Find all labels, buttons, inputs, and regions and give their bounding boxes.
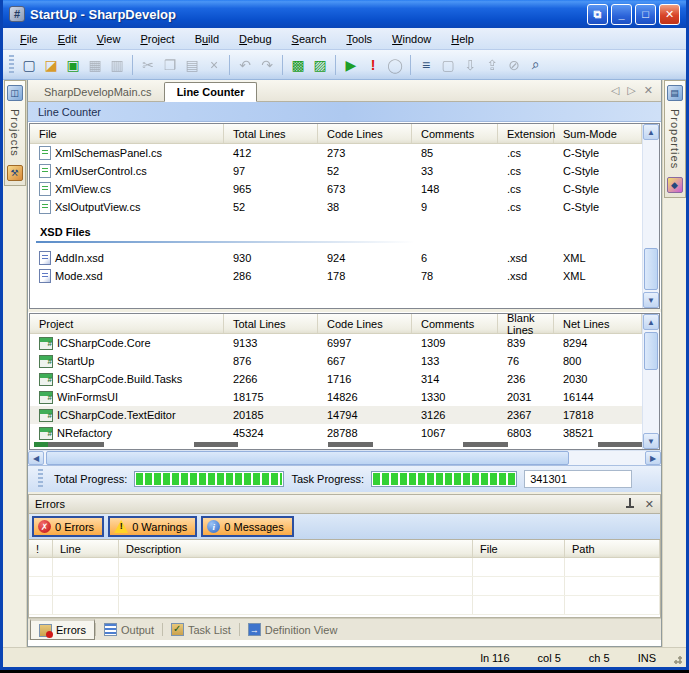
menu-build[interactable]: Build	[186, 30, 228, 48]
cell-text: 876	[233, 355, 251, 367]
run-icon[interactable]	[340, 54, 362, 76]
open-solution-icon[interactable]	[62, 54, 84, 76]
table-row[interactable]: XslOutputView.cs52389.csC-Style	[30, 198, 642, 216]
toggle-window-button[interactable]: ⧉	[587, 4, 608, 25]
pin-icon[interactable]	[625, 498, 635, 510]
scroll-left-icon[interactable]: ◀	[28, 451, 44, 465]
column-header[interactable]: Project	[30, 314, 224, 333]
sidebar-tab-projects[interactable]: ◫ Projects ⚒	[4, 80, 26, 186]
scroll-up-icon[interactable]: ▲	[643, 314, 659, 330]
tools-icon[interactable]: ⚒	[7, 165, 23, 181]
close-button[interactable]: ✕	[659, 4, 680, 25]
table-row[interactable]: ICSharpCode.Build.Tasks22661716314236203…	[30, 370, 642, 388]
tab-scroll-right-icon[interactable]: ▷	[627, 84, 635, 97]
scroll-thumb[interactable]	[46, 451, 569, 465]
cell-text: 236	[507, 373, 525, 385]
comment-region-icon[interactable]	[287, 54, 309, 76]
column-header[interactable]: Code Lines	[318, 124, 412, 143]
errors-column-header[interactable]: File	[473, 540, 565, 557]
tab-close-icon[interactable]: ✕	[644, 84, 653, 97]
tab-scroll-left-icon[interactable]: ◁	[611, 84, 619, 97]
table-row[interactable]: WinFormsUI18175148261330203116144	[30, 388, 642, 406]
0-messages-button[interactable]: i0 Messages	[201, 516, 293, 537]
table-row[interactable]: StartUp87666713376800	[30, 352, 642, 370]
table-row[interactable]: ICSharpCode.TextEditor201851479431262367…	[30, 406, 642, 424]
table-cell: XmlUserControl.cs	[30, 164, 224, 178]
cell-text: C-Style	[563, 165, 599, 177]
pad-tab-output[interactable]: Output	[96, 619, 162, 640]
table-cell: 38521	[554, 427, 642, 439]
table-row[interactable]: NRefactory45324287881067680338521	[30, 424, 642, 442]
cell-text: 673	[327, 183, 345, 195]
column-header[interactable]: Total Lines	[224, 314, 318, 333]
table-row[interactable]: XmlUserControl.cs975233.csC-Style	[30, 162, 642, 180]
projects-table-vscrollbar[interactable]: ▲ ▼	[642, 314, 659, 449]
search-icon[interactable]	[525, 54, 547, 76]
list-icon[interactable]	[415, 54, 437, 76]
tab-line-counter[interactable]: Line Counter	[164, 82, 258, 102]
table-row[interactable]: XmlSchemasPanel.cs41227385.csC-Style	[30, 144, 642, 162]
table-row[interactable]: XmlView.cs965673148.csC-Style	[30, 180, 642, 198]
errors-column-header[interactable]: Line	[53, 540, 119, 557]
column-header[interactable]: Code Lines	[318, 314, 412, 333]
menu-search[interactable]: Search	[283, 30, 336, 48]
resize-grip[interactable]	[670, 652, 682, 664]
pad-tab-errors[interactable]: Errors	[30, 619, 95, 640]
menu-edit[interactable]: Edit	[49, 30, 86, 48]
build-icon	[459, 54, 481, 76]
column-header[interactable]: Net Lines	[554, 314, 642, 333]
column-header[interactable]: Blank Lines	[498, 314, 554, 333]
table-cell: 85	[412, 147, 498, 159]
empty-cell	[119, 558, 473, 576]
uncomment-region-icon[interactable]	[309, 54, 331, 76]
pad-tab-definition-view[interactable]: →Definition View	[240, 619, 346, 640]
scroll-down-icon[interactable]: ▼	[643, 433, 659, 449]
sidebar-tab-properties[interactable]: ▤ Properties ◆	[664, 80, 686, 198]
menu-help[interactable]: Help	[442, 30, 483, 48]
horizontal-scrollbar[interactable]: ◀ ▶	[28, 450, 661, 465]
files-table-vscrollbar[interactable]: ▲ ▼	[642, 124, 659, 308]
pad-tab-task-list[interactable]: Task List	[163, 619, 239, 640]
menu-debug[interactable]: Debug	[230, 30, 280, 48]
errors-column-header[interactable]: !	[29, 540, 53, 557]
maximize-button[interactable]: □	[635, 4, 656, 25]
classes-icon[interactable]: ◆	[667, 177, 683, 193]
table-row[interactable]: ICSharpCode.Core9133699713098398294	[30, 334, 642, 352]
column-header[interactable]: Comments	[412, 124, 498, 143]
menu-project[interactable]: Project	[131, 30, 183, 48]
open-file-icon[interactable]	[40, 54, 62, 76]
table-row[interactable]: Mode.xsd28617878.xsdXML	[30, 267, 642, 285]
scroll-right-icon[interactable]: ▶	[645, 451, 661, 465]
column-header[interactable]: Comments	[412, 314, 498, 333]
menu-window[interactable]: Window	[383, 30, 440, 48]
0-errors-button[interactable]: ✗0 Errors	[32, 516, 104, 537]
errors-column-header[interactable]: Description	[119, 540, 473, 557]
progress-grip[interactable]	[38, 469, 43, 489]
scroll-thumb[interactable]	[644, 248, 658, 290]
errors-column-header[interactable]: Path	[565, 540, 660, 557]
warning-icon	[114, 520, 128, 533]
button-label: 0 Errors	[55, 521, 94, 533]
minimize-button[interactable]: _	[611, 4, 632, 25]
cell-text: 52	[327, 165, 339, 177]
menu-file[interactable]: File	[11, 30, 47, 48]
scroll-thumb[interactable]	[644, 332, 658, 370]
scroll-down-icon[interactable]: ▼	[643, 292, 659, 308]
abort-icon[interactable]	[362, 54, 384, 76]
scroll-up-icon[interactable]: ▲	[643, 124, 659, 140]
tab-sharpdevelopmain-cs[interactable]: SharpDevelopMain.cs	[32, 83, 164, 101]
menu-view[interactable]: View	[88, 30, 130, 48]
cell-text: 20185	[233, 409, 264, 421]
menu-tools[interactable]: Tools	[337, 30, 381, 48]
column-header[interactable]: File	[30, 124, 224, 143]
task-icon	[171, 623, 184, 636]
0-warnings-button[interactable]: 0 Warnings	[108, 516, 197, 537]
column-header[interactable]: Total Lines	[224, 124, 318, 143]
column-header[interactable]: Extension	[498, 124, 554, 143]
toolbar-grip[interactable]	[9, 55, 14, 75]
table-splitter[interactable]	[28, 309, 661, 312]
errors-close-icon[interactable]: ✕	[645, 498, 654, 511]
new-file-icon[interactable]	[18, 54, 40, 76]
column-header[interactable]: Sum-Mode	[554, 124, 642, 143]
table-row[interactable]: AddIn.xsd9309246.xsdXML	[30, 249, 642, 267]
